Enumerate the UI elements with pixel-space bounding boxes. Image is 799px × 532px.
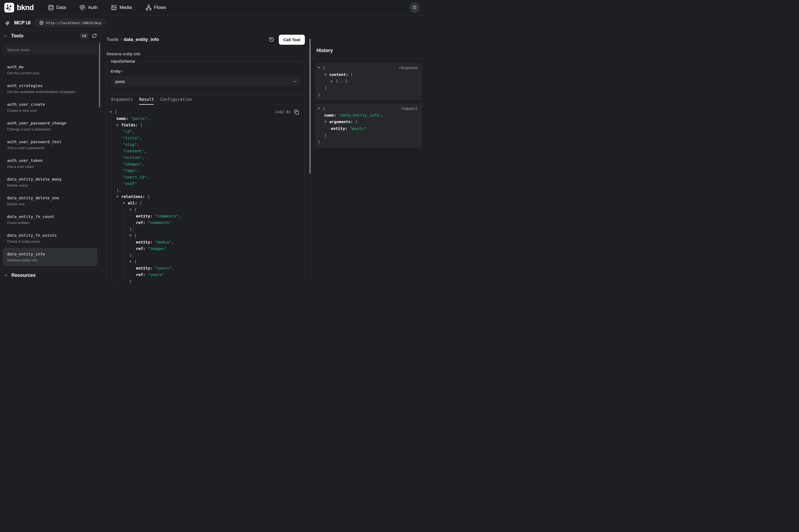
tree-toggle-icon[interactable]: ▼: [318, 107, 323, 110]
json-string-value: "active": [123, 155, 142, 160]
tab-result[interactable]: Result: [139, 95, 154, 104]
brand-logo[interactable]: bknd: [4, 3, 34, 13]
sidebar-item-auth_user_password_change[interactable]: auth_user_password_changeChange a user's…: [3, 117, 98, 135]
call-tool-button[interactable]: Call Tool: [279, 35, 305, 45]
tree-toggle-icon[interactable]: ▼: [324, 120, 329, 123]
tools-count-badge: 50: [80, 33, 89, 39]
top-nav: bknd DataAuthMediaFlows D: [0, 0, 425, 16]
json-punct: ,: [142, 155, 144, 160]
json-line: ▼relations: {: [110, 193, 300, 200]
main-scrollbar[interactable]: [309, 39, 310, 174]
nav-item-label: Data: [56, 5, 66, 10]
sidebar-item-auth_strategies[interactable]: auth_strategiesGet the available authent…: [3, 79, 98, 98]
indent-guide: [325, 78, 326, 83]
json-line: }: [318, 91, 419, 98]
json-string-value: "content": [123, 149, 144, 153]
search-input[interactable]: [3, 44, 98, 55]
page-title: data_entity_info: [124, 37, 159, 42]
avatar[interactable]: D: [410, 2, 420, 13]
json-punct: ]: [324, 86, 327, 90]
json-punct: ,: [171, 240, 174, 244]
indent-guide: [117, 129, 118, 185]
tree-toggle-icon[interactable]: ▼: [318, 66, 323, 69]
json-line: ▼{: [110, 206, 300, 213]
indent-guide: [319, 113, 319, 137]
sidebar-item-auth_user_create[interactable]: auth_user_createCreate a new user: [3, 98, 98, 116]
resources-section-header[interactable]: Resources: [0, 268, 100, 282]
json-string-value: "users_id": [123, 175, 147, 179]
sidebar-item-data_entity_delete_one[interactable]: data_entity_delete_oneDelete one: [3, 192, 98, 210]
tree-toggle-icon[interactable]: ▼: [116, 124, 121, 126]
json-line: "id",: [110, 128, 300, 135]
history-entry-request[interactable]: ▼{requestname: "data_entity_info",▼argum…: [315, 103, 422, 148]
json-key: ref:: [136, 246, 148, 251]
history-icon[interactable]: [269, 37, 274, 42]
json-line: "active",: [110, 154, 300, 161]
json-string-value: "posts": [131, 116, 147, 121]
json-key: fields:: [121, 123, 140, 127]
nav-item-data[interactable]: Data: [48, 5, 66, 11]
tool-name: auth_me: [7, 64, 93, 70]
collapse-tools-icon[interactable]: [3, 34, 7, 38]
tree-toggle-icon[interactable]: ▼: [129, 260, 134, 263]
sidebar-item-auth_user_password_test[interactable]: auth_user_password_testTest a user's pas…: [3, 136, 98, 154]
json-line: "users_id",: [110, 174, 300, 180]
tool-description: Test a user's password: [7, 146, 93, 151]
json-key: name:: [324, 113, 339, 117]
tool-name: auth_strategies: [7, 83, 93, 89]
tool-description: Get the current user: [7, 71, 93, 76]
copy-icon[interactable]: [294, 110, 299, 115]
entity-select[interactable]: posts: [111, 76, 301, 87]
json-key: entity:: [136, 214, 155, 218]
sidebar-item-auth_me[interactable]: auth_meGet the current user: [3, 61, 98, 79]
sidebar-item-data_entity_delete_many[interactable]: data_entity_delete_manyDelete many: [3, 173, 98, 191]
json-line: ▼fields: [: [110, 122, 300, 128]
json-line: }: [318, 132, 419, 138]
tree-toggle-icon[interactable]: ▼: [324, 73, 329, 76]
sidebar-item-data_entity_fn_count[interactable]: data_entity_fn_countCount entities: [3, 210, 98, 229]
json-line: "asdf": [110, 180, 300, 187]
history-entry-response[interactable]: ▼{response▼content: [▶{...}]}: [315, 63, 422, 100]
json-line: "tags",: [110, 167, 300, 174]
image-icon: [111, 5, 117, 11]
json-line: ▶{...}: [318, 78, 419, 84]
tree-toggle-icon[interactable]: ▼: [116, 195, 121, 198]
sidebar-item-data_entity_fn_exists[interactable]: data_entity_fn_existsCheck if entity exi…: [3, 229, 98, 247]
json-punct: },: [129, 227, 134, 231]
sidebar-item-auth_user_token[interactable]: auth_user_tokenGet a user token: [3, 154, 98, 172]
json-punct: ,: [137, 168, 139, 173]
json-punct: }: [324, 133, 327, 137]
json-line: ref: "comments": [110, 220, 300, 226]
mcp-bar: MCP UI http://localhost:28623/mcp: [0, 16, 425, 31]
json-line: "content",: [110, 148, 300, 154]
tool-description: Delete many: [7, 183, 93, 188]
tool-name: auth_user_password_test: [7, 139, 93, 145]
json-key: all:: [128, 201, 140, 205]
sidebar-scrollbar[interactable]: [99, 43, 100, 107]
json-punct: },: [129, 253, 134, 257]
mcp-url-pill[interactable]: http://localhost:28623/mcp: [35, 18, 106, 27]
json-key: name:: [116, 116, 131, 121]
tree-toggle-icon[interactable]: ▼: [129, 208, 134, 211]
tree-toggle-icon[interactable]: ▼: [129, 234, 134, 237]
nav-item-flows[interactable]: Flows: [146, 5, 166, 11]
tab-arguments[interactable]: Arguments: [111, 95, 133, 104]
json-line: }: [318, 138, 419, 145]
json-string-value: "slug": [123, 142, 137, 147]
mcp-logo-icon: [4, 20, 10, 26]
tab-configuration[interactable]: Configuration: [160, 95, 192, 104]
tree-toggle-icon[interactable]: ▶: [331, 80, 336, 82]
nav-item-auth[interactable]: Auth: [79, 5, 97, 11]
required-asterisk: *: [122, 69, 123, 74]
entity-select-value: posts: [115, 79, 125, 84]
tree-toggle-icon[interactable]: ▼: [123, 202, 128, 205]
history-entry-type-label: request: [401, 106, 418, 111]
breadcrumb-tools-link[interactable]: Tools: [107, 37, 118, 42]
sidebar-item-data_entity_info[interactable]: data_entity_infoRetrieve entity info: [3, 248, 98, 266]
indent-guide: [325, 126, 326, 130]
nav-item-media[interactable]: Media: [111, 5, 132, 11]
refresh-tools-icon[interactable]: [92, 33, 97, 38]
tree-toggle-icon[interactable]: ▼: [110, 111, 115, 113]
json-punct: ,: [171, 266, 174, 270]
chevron-down-icon: [293, 79, 297, 83]
